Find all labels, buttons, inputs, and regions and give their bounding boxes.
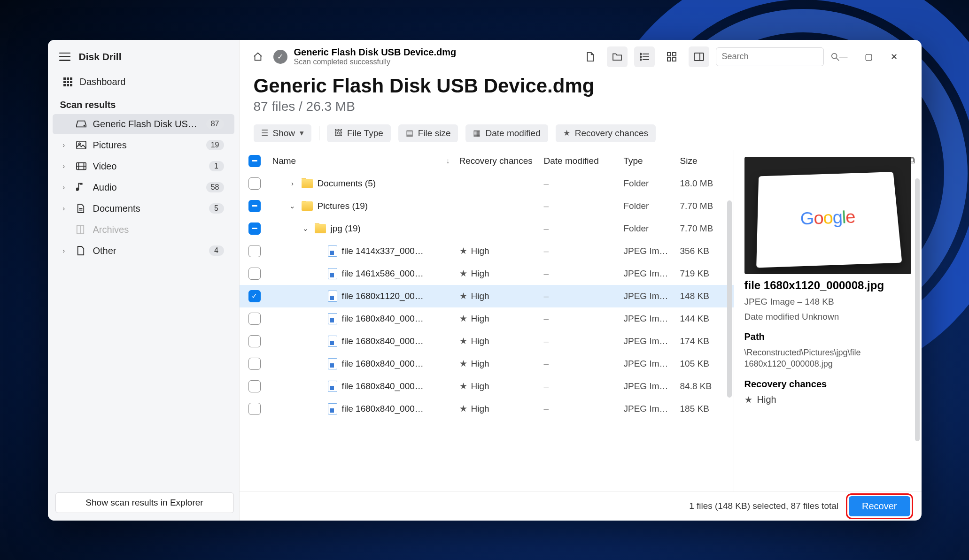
sidebar-item-generic-flash-disk-usb-d-[interactable]: Generic Flash Disk USB D…87 [53, 114, 234, 134]
date-modified: – [539, 336, 619, 346]
file-size: 105 KB [675, 359, 732, 369]
file-size: 174 KB [675, 336, 732, 346]
show-in-explorer-button[interactable]: Show scan results in Explorer [55, 492, 234, 513]
date-modified: – [539, 404, 619, 414]
recovery-chance: High [471, 404, 489, 414]
count-badge: 1 [209, 161, 224, 171]
filter-chip-row: ☰ Show ▾ 🖼File Type▤File size▦Date modif… [240, 123, 922, 150]
select-all-checkbox[interactable] [248, 155, 261, 167]
image-icon: 🖼 [334, 129, 342, 138]
date-modified: – [539, 291, 619, 301]
col-recovery-chances[interactable]: Recovery chances [455, 156, 539, 166]
svg-point-9 [84, 125, 85, 126]
table-row[interactable]: file 1680x840_000…★High–JPEG Im…105 KB [240, 353, 734, 375]
app-window: Disk Drill Dashboard Scan results Generi… [48, 40, 922, 521]
star-icon: ★ [459, 381, 467, 391]
col-size[interactable]: Size [675, 156, 732, 166]
sidebar-item-audio[interactable]: ›Audio58 [53, 177, 234, 198]
close-icon[interactable]: ✕ [890, 52, 899, 62]
expand-icon[interactable]: ⌄ [302, 224, 310, 233]
row-checkbox[interactable] [248, 290, 261, 302]
list-view-icon[interactable] [634, 46, 655, 67]
image-icon [76, 141, 86, 149]
star-icon: ★ [459, 336, 467, 346]
recovery-chance: High [471, 291, 489, 301]
preview-scrollbar[interactable] [915, 178, 920, 441]
preview-panel: ⧉ Google file 1680x1120_000008.jpg JPEG … [734, 150, 922, 491]
sidebar-item-pictures[interactable]: ›Pictures19 [53, 135, 234, 155]
star-icon: ★ [744, 394, 752, 405]
file-name: file 1461x586_000… [342, 268, 424, 279]
menu-icon[interactable] [59, 53, 70, 61]
sidebar-item-documents[interactable]: ›Documents5 [53, 199, 234, 219]
panel-toggle-icon[interactable] [689, 46, 709, 67]
svg-rect-28 [667, 58, 671, 61]
filter-chip-file-type[interactable]: 🖼File Type [327, 124, 391, 142]
expand-icon[interactable]: › [288, 179, 297, 187]
folder-icon[interactable] [607, 46, 628, 67]
filter-chip-recovery-chances[interactable]: ★Recovery chances [556, 124, 656, 142]
archive-icon [76, 224, 86, 235]
table-scrollbar[interactable] [727, 200, 732, 398]
home-icon[interactable] [249, 48, 267, 66]
col-name[interactable]: Name↓ [268, 156, 455, 166]
search-input[interactable] [722, 52, 831, 61]
recovery-chance: High [471, 268, 489, 279]
row-checkbox[interactable] [248, 222, 261, 235]
row-checkbox[interactable] [248, 380, 261, 392]
date-modified: – [539, 359, 619, 369]
chevron-right-icon: › [63, 247, 70, 254]
file-type: JPEG Im… [619, 404, 675, 414]
minimize-icon[interactable]: — [839, 52, 848, 62]
table-row[interactable]: ›Documents (5)–Folder18.0 MB [240, 172, 734, 195]
row-checkbox[interactable] [248, 200, 261, 212]
file-type: Folder [619, 201, 675, 211]
sidebar-section-label: Scan results [48, 93, 239, 113]
table-row[interactable]: file 1680x840_000…★High–JPEG Im…185 KB [240, 398, 734, 420]
table-row[interactable]: file 1680x840_000…★High–JPEG Im…174 KB [240, 330, 734, 353]
row-checkbox[interactable] [248, 358, 261, 370]
maximize-icon[interactable]: ▢ [864, 52, 874, 62]
file-name: file 1680x840_000… [342, 404, 424, 414]
filter-chip-file-size[interactable]: ▤File size [398, 124, 458, 142]
row-checkbox[interactable] [248, 335, 261, 347]
row-checkbox[interactable] [248, 403, 261, 415]
star-icon: ★ [459, 291, 467, 301]
col-date-modified[interactable]: Date modified [539, 156, 619, 166]
table-row[interactable]: file 1680x1120_00…★High–JPEG Im…148 KB [240, 285, 734, 307]
filter-chip-date-modified[interactable]: ▦Date modified [465, 124, 548, 142]
show-chip[interactable]: ☰ Show ▾ [254, 124, 312, 142]
table-row[interactable]: file 1680x840_000…★High–JPEG Im…84.8 KB [240, 375, 734, 398]
selection-status: 1 files (148 KB) selected, 87 files tota… [689, 501, 838, 511]
file-icon [328, 291, 337, 302]
col-type[interactable]: Type [619, 156, 675, 166]
show-chip-label: Show [273, 128, 295, 138]
grid-view-icon[interactable] [661, 46, 682, 67]
expand-icon[interactable]: ⌄ [288, 202, 297, 210]
row-checkbox[interactable] [248, 177, 261, 190]
svg-rect-2 [70, 77, 72, 80]
date-modified: – [539, 246, 619, 256]
audio-icon [76, 182, 86, 192]
preview-path-heading: Path [744, 331, 911, 342]
search-input-container[interactable] [716, 47, 824, 66]
table-row[interactable]: file 1414x337_000…★High–JPEG Im…356 KB [240, 240, 734, 262]
table-row[interactable]: ⌄jpg (19)–Folder7.70 MB [240, 217, 734, 240]
row-checkbox[interactable] [248, 245, 261, 257]
recover-button[interactable]: Recover [849, 496, 910, 516]
recovery-chance: High [471, 246, 489, 256]
file-size: 148 KB [675, 291, 732, 301]
date-modified: – [539, 381, 619, 391]
status-check-icon: ✓ [273, 50, 287, 64]
table-row[interactable]: file 1680x840_000…★High–JPEG Im…144 KB [240, 307, 734, 330]
file-icon[interactable] [580, 46, 600, 67]
table-row[interactable]: ⌄Pictures (19)–Folder7.70 MB [240, 195, 734, 217]
table-row[interactable]: file 1461x586_000…★High–JPEG Im…719 KB [240, 262, 734, 285]
doc-icon [76, 203, 86, 214]
sidebar-item-other[interactable]: ›Other4 [53, 241, 234, 261]
sidebar-item-video[interactable]: ›Video1 [53, 156, 234, 176]
sidebar-dashboard[interactable]: Dashboard [53, 72, 234, 92]
row-checkbox[interactable] [248, 268, 261, 280]
row-checkbox[interactable] [248, 313, 261, 325]
main-panel: ✓ Generic Flash Disk USB Device.dmg Scan… [240, 40, 922, 521]
